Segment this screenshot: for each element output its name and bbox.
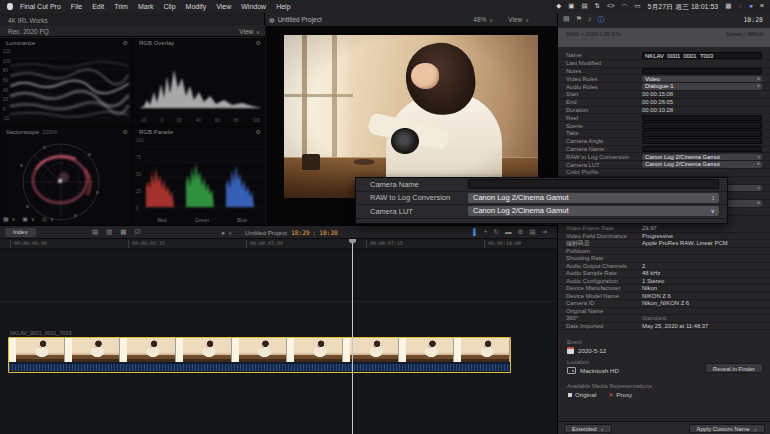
- row-value[interactable]: [642, 60, 762, 66]
- row-value[interactable]: Video: [642, 76, 762, 82]
- row-value[interactable]: [642, 146, 762, 152]
- info-icon[interactable]: ⓘ: [597, 15, 604, 25]
- scope-settings-icon[interactable]: ⚙: [123, 39, 128, 46]
- row-value[interactable]: Canon Log 2/Cinema Gamut: [642, 161, 762, 167]
- timeline-ruler[interactable]: 00:00:00:0000:00:02:1500:00:05:0000:00:0…: [0, 239, 557, 249]
- stage-icon[interactable]: ▦: [725, 3, 731, 10]
- inspector-row[interactable]: Video Roles Video: [558, 75, 770, 83]
- spotlight-icon[interactable]: ◌: [738, 3, 742, 10]
- inspector-row[interactable]: Name NKLAV_0001_0001_T003: [558, 52, 770, 60]
- menu-item[interactable]: Modify: [186, 3, 207, 10]
- viewer-view-button[interactable]: View: [508, 16, 529, 23]
- clip-appearance-icon[interactable]: ▦: [3, 215, 15, 222]
- row-value[interactable]: [468, 179, 719, 189]
- inset-panel-row[interactable]: Camera Name: [356, 178, 727, 192]
- loop-icon[interactable]: ↻: [494, 229, 499, 236]
- status-icon[interactable]: ◆: [556, 3, 561, 10]
- connect-clip-icon[interactable]: ▌: [473, 229, 478, 236]
- row-value[interactable]: 00:00:15:08: [642, 91, 762, 97]
- menu-item[interactable]: Window: [241, 3, 266, 10]
- audio-icon[interactable]: ♪: [588, 15, 592, 25]
- inspector-row[interactable]: Duration 00:00:10:28: [558, 107, 770, 115]
- inspector-row[interactable]: Last Modified: [558, 60, 770, 68]
- menu-item[interactable]: Clip: [164, 3, 176, 10]
- inspector-row[interactable]: Notes: [558, 68, 770, 76]
- menu-item[interactable]: Final Cut Pro: [20, 3, 61, 10]
- duration-icon[interactable]: ▣: [22, 215, 34, 222]
- inspector-row[interactable]: Audio Roles Dialogue-1: [558, 83, 770, 91]
- display-icon[interactable]: ▣: [568, 3, 574, 10]
- apply-custom-name-button[interactable]: Apply Custom Name: [689, 424, 765, 433]
- menu-item[interactable]: Mark: [138, 3, 154, 10]
- battery-icon[interactable]: ▭: [634, 3, 640, 10]
- menu-item[interactable]: Help: [276, 3, 290, 10]
- browser-view-button[interactable]: View: [239, 28, 260, 35]
- skimming-icon[interactable]: ⇥: [542, 229, 547, 236]
- inspector-row[interactable]: RAW to Log Conversion Canon Log 2/Cinema…: [558, 153, 770, 161]
- timeline-clip[interactable]: [8, 337, 511, 373]
- inspector-row[interactable]: End 00:00:26:05: [558, 99, 770, 107]
- tags-icon[interactable]: ⚑: [576, 15, 582, 25]
- row-value[interactable]: [642, 169, 762, 175]
- inset-panel-row[interactable]: RAW to Log Conversion Canon Log 2/Cinema…: [356, 192, 727, 206]
- playhead[interactable]: [352, 239, 353, 434]
- row-value[interactable]: 00:00:26:05: [642, 99, 762, 105]
- scope-settings-icon[interactable]: ⚙: [256, 39, 261, 46]
- insert-icon[interactable]: +: [484, 229, 488, 236]
- updown-icon[interactable]: ⇅: [595, 3, 600, 10]
- inspector-row[interactable]: Camera LUT Canon Log 2/Cinema Gamut: [558, 161, 770, 169]
- row-value: May 25, 2020 at 11:48:37: [642, 323, 762, 329]
- clip-appearance-icon[interactable]: ▤: [529, 229, 535, 236]
- media-icon[interactable]: ▤: [563, 15, 570, 25]
- row-value[interactable]: [468, 220, 719, 224]
- inset-panel-row[interactable]: Camera LUT Canon Log 2/Cinema Gamut: [356, 205, 727, 219]
- overwrite-icon[interactable]: ▬: [505, 229, 512, 236]
- wifi-icon[interactable]: ◠: [622, 3, 628, 10]
- keyboard-icon[interactable]: ▤: [581, 3, 587, 10]
- siri-icon[interactable]: ●: [749, 3, 753, 10]
- row-value: NIKON Z 6: [642, 293, 762, 299]
- menu-item[interactable]: File: [71, 3, 82, 10]
- inspector-row[interactable]: Camera Angle: [558, 138, 770, 146]
- inspector-row[interactable]: Color Profile: [558, 169, 770, 177]
- range-icon[interactable]: ▦: [120, 229, 126, 236]
- scope-settings-icon[interactable]: ⚙: [123, 128, 128, 135]
- reveal-in-finder-button[interactable]: Reveal in Finder: [705, 363, 763, 373]
- tool-select-icon[interactable]: ▸: [222, 229, 232, 237]
- marker-icon[interactable]: ▤: [92, 229, 98, 236]
- scope-settings-icon[interactable]: ⚙: [256, 128, 261, 135]
- inspector-row[interactable]: Start 00:00:15:08: [558, 91, 770, 99]
- row-value[interactable]: Canon Log 2/Cinema Gamut: [468, 193, 719, 203]
- row-value[interactable]: Canon Log 2/Cinema Gamut: [468, 206, 719, 216]
- row-value[interactable]: Canon Log 2/Cinema Gamut: [642, 154, 762, 160]
- menu-item[interactable]: View: [216, 3, 231, 10]
- menu-item[interactable]: Edit: [92, 3, 104, 10]
- row-value[interactable]: [642, 68, 762, 74]
- viewer-zoom-button[interactable]: 48%: [473, 16, 493, 23]
- roles-check-icon[interactable]: ☑: [134, 229, 140, 236]
- row-value[interactable]: NKLAV_0001_0001_T003: [642, 52, 762, 58]
- menu-item[interactable]: Trim: [114, 3, 128, 10]
- event-row[interactable]: 2020-5-12: [567, 347, 606, 354]
- index-button[interactable]: Index: [5, 228, 36, 237]
- inspector-row[interactable]: Camera Name: [558, 146, 770, 154]
- search-icon[interactable]: ◎: [42, 215, 54, 222]
- row-value[interactable]: [642, 138, 762, 144]
- row-value: 2: [642, 263, 762, 269]
- row-label: End: [566, 99, 642, 105]
- inspector-row[interactable]: Reel: [558, 114, 770, 122]
- control-center-icon[interactable]: ≡: [760, 3, 764, 10]
- row-value[interactable]: [642, 115, 762, 121]
- row-value[interactable]: 00:00:10:28: [642, 107, 762, 113]
- inset-panel-row[interactable]: Color Profile: [356, 219, 727, 224]
- inspector-row[interactable]: Scene: [558, 122, 770, 130]
- inspector-row[interactable]: Take: [558, 130, 770, 138]
- row-value[interactable]: Dialogue-1: [642, 83, 762, 89]
- row-value[interactable]: [642, 122, 762, 128]
- apple-icon[interactable]: [7, 3, 13, 10]
- timeline-settings-icon[interactable]: ⚙: [518, 229, 524, 236]
- keyword-icon[interactable]: ▥: [106, 229, 112, 236]
- row-value[interactable]: [642, 130, 762, 136]
- extended-view-button[interactable]: Extended: [564, 424, 612, 433]
- code-icon[interactable]: <>: [607, 3, 615, 10]
